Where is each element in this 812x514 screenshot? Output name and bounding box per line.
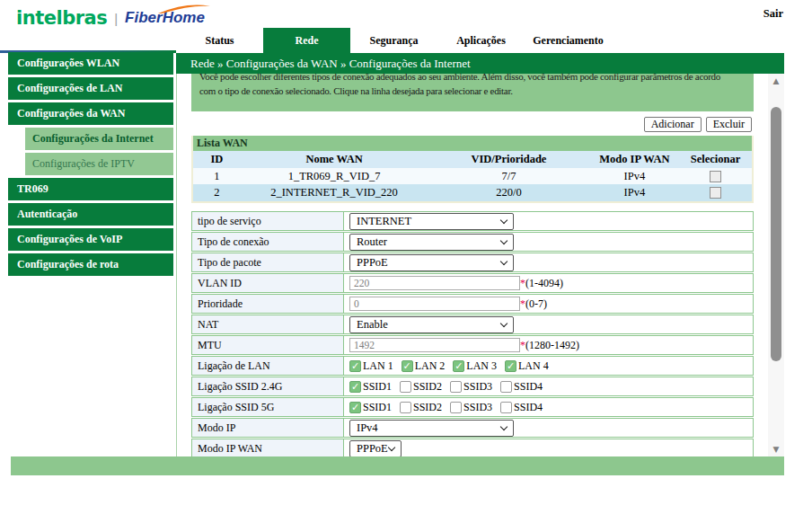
footer-bar [11, 456, 784, 475]
scroll-up-icon[interactable]: ▲ [768, 75, 784, 86]
sidebar-item-configuracoes-de-lan[interactable]: Configurações de LAN [8, 77, 173, 100]
wan-ip-mode-select[interactable]: PPPoE [349, 440, 402, 457]
unchecked-checkbox[interactable] [500, 381, 512, 393]
vlan-id-value-cell: 220*(1-4094) [344, 274, 753, 292]
scrollbar-thumb[interactable] [771, 107, 781, 361]
row-select-checkbox[interactable] [710, 187, 721, 199]
vlan-id-input[interactable]: 220 [349, 276, 520, 290]
lan-binding-value-cell: ✓LAN 1✓LAN 2✓LAN 3✓LAN 4 [344, 357, 753, 375]
ssid-24g-binding-option-ssid2[interactable]: SSID2 [400, 380, 442, 394]
ssid-5g-binding-option-ssid2[interactable]: SSID2 [400, 401, 442, 414]
scroll-down-icon[interactable]: ▼ [768, 444, 784, 455]
sidebar-item-tr069[interactable]: TR069 [8, 178, 173, 200]
brand-logo: intelbras | FiberHome [16, 7, 205, 29]
ssid-5g-binding-option-ssid1[interactable]: ✓SSID1 [349, 401, 392, 414]
description-line-2: com o tipo de conexão selecionado. Cliqu… [191, 84, 754, 98]
checked-checkbox[interactable]: ✓ [349, 360, 361, 372]
delete-button[interactable]: Excluir [706, 117, 752, 132]
chevron-down-icon [500, 236, 508, 244]
lan-binding-option-label: LAN 3 [466, 359, 497, 373]
wan-list-title: Lista WAN [193, 136, 752, 151]
sidebar-item-configuracoes-da-internet[interactable]: Configurações da Internet [25, 128, 173, 150]
lan-binding-option-label: LAN 2 [415, 359, 446, 373]
sidebar-item-configuracoes-de-voip[interactable]: Configurações de VoIP [8, 228, 173, 251]
ssid-24g-binding-option-label: SSID2 [413, 380, 442, 394]
wan-cell-id: 1 [193, 170, 241, 183]
sidebar-item-configuracoes-de-rota[interactable]: Configurações de rota [8, 253, 173, 276]
lan-binding-option-label: LAN 1 [363, 359, 393, 373]
ip-mode-select[interactable]: IPv4 [349, 420, 514, 437]
wan-cell-name: 1_TR069_R_VID_7 [241, 170, 428, 183]
breadcrumb: Rede » Configurações da WAN » Configuraç… [176, 53, 784, 74]
checked-checkbox[interactable]: ✓ [453, 360, 464, 372]
column-header-modo-ip-wan: Modo IP WAN [590, 153, 680, 166]
tab-gerenciamento[interactable]: Gerenciamento [525, 28, 612, 53]
mtu-label: MTU [192, 336, 344, 354]
packet-type-select[interactable]: PPPoE [349, 254, 514, 271]
unchecked-checkbox[interactable] [400, 402, 411, 413]
table-row[interactable]: 22_INTERNET_R_VID_220220/0IPv4 [193, 184, 752, 201]
mtu-input[interactable]: 1492 [349, 338, 520, 352]
ssid-24g-binding-option-ssid4[interactable]: SSID4 [500, 380, 543, 394]
unchecked-checkbox[interactable] [400, 381, 411, 393]
description-line-1: Você pode escolher diferentes tipos de c… [191, 74, 754, 84]
vertical-scrollbar[interactable]: ▲ ▼ [768, 74, 784, 456]
ssid-5g-binding-option-label: SSID4 [514, 401, 543, 414]
column-header-vid-prioridade: VID/Prioridade [428, 153, 589, 166]
priority-input[interactable]: 0 [349, 297, 520, 311]
priority-label: Prioridade [192, 295, 344, 313]
sidebar-item-configuracoes-da-wan[interactable]: Configurações da WAN [8, 102, 173, 125]
service-type-select[interactable]: INTERNET [349, 213, 514, 230]
ssid-5g-binding-option-label: SSID2 [413, 401, 442, 414]
packet-type-value-cell: PPPoE [344, 253, 753, 271]
unchecked-checkbox[interactable] [500, 402, 512, 413]
row-select-checkbox[interactable] [710, 171, 721, 182]
form-row-priority: Prioridade0*(0-7) [191, 294, 754, 314]
wan-cell-select [679, 187, 752, 199]
column-header-id: ID [193, 153, 241, 166]
tab-seguranca[interactable]: Segurança [350, 28, 437, 53]
nat-selected-option: Enable [357, 318, 388, 332]
fiberhome-logo: FiberHome [125, 9, 205, 27]
checked-checkbox[interactable]: ✓ [349, 402, 361, 413]
connection-type-label: Tipo de conexão [192, 233, 344, 251]
checked-checkbox[interactable]: ✓ [402, 360, 413, 372]
sidebar-item-autenticacao[interactable]: Autenticação [8, 203, 173, 226]
logout-link[interactable]: Sair [763, 7, 783, 21]
lan-binding-option-lan-3[interactable]: ✓LAN 3 [453, 359, 497, 373]
table-row[interactable]: 11_TR069_R_VID_77/7IPv4 [193, 168, 752, 184]
tab-rede[interactable]: Rede [263, 28, 350, 53]
form-row-lan-binding: Ligação de LAN✓LAN 1✓LAN 2✓LAN 3✓LAN 4 [191, 356, 754, 376]
unchecked-checkbox[interactable] [450, 402, 462, 413]
page-description: Você pode escolher diferentes tipos de c… [191, 74, 754, 111]
checked-checkbox[interactable]: ✓ [505, 360, 516, 372]
sidebar-menu: Configurações WLANConfigurações de LANCo… [8, 52, 173, 279]
nat-select[interactable]: Enable [349, 316, 514, 333]
ssid-24g-binding-option-label: SSID1 [363, 380, 392, 394]
logo-separator: | [114, 11, 118, 26]
chevron-down-icon [388, 443, 395, 450]
lan-binding-option-lan-1[interactable]: ✓LAN 1 [349, 359, 393, 373]
unchecked-checkbox[interactable] [450, 381, 462, 393]
tab-status[interactable]: Status [176, 28, 263, 53]
connection-type-selected-option: Router [357, 235, 387, 249]
connection-type-select[interactable]: Router [349, 234, 514, 251]
ssid-24g-binding-option-ssid1[interactable]: ✓SSID1 [349, 380, 392, 394]
form-row-vlan-id: VLAN ID220*(1-4094) [191, 273, 754, 293]
checked-checkbox[interactable]: ✓ [349, 381, 361, 393]
wan-table-header: IDNome WANVID/PrioridadeModo IP WANSelec… [193, 151, 752, 168]
ssid-5g-binding-option-ssid3[interactable]: SSID3 [450, 401, 492, 414]
form-row-mtu: MTU1492*(1280-1492) [191, 335, 754, 355]
mtu-value-cell: 1492*(1280-1492) [344, 336, 753, 354]
tab-aplicacoes[interactable]: Aplicações [437, 28, 525, 53]
ssid-24g-binding-option-ssid3[interactable]: SSID3 [450, 380, 492, 394]
sidebar-item-configuracoes-wlan[interactable]: Configurações WLAN [8, 52, 173, 75]
lan-binding-option-lan-4[interactable]: ✓LAN 4 [505, 359, 549, 373]
lan-binding-option-lan-2[interactable]: ✓LAN 2 [402, 359, 446, 373]
ssid-5g-binding-option-ssid4[interactable]: SSID4 [500, 401, 543, 414]
form-row-ssid-5g-binding: Ligação SSID 5G✓SSID1SSID2SSID3SSID4 [191, 397, 754, 417]
nat-label: NAT [192, 315, 344, 333]
add-button[interactable]: Adicionar [644, 117, 702, 132]
packet-type-label: Tipo de pacote [192, 253, 344, 271]
sidebar-item-configuracoes-de-iptv[interactable]: Configurações de IPTV [25, 153, 173, 175]
